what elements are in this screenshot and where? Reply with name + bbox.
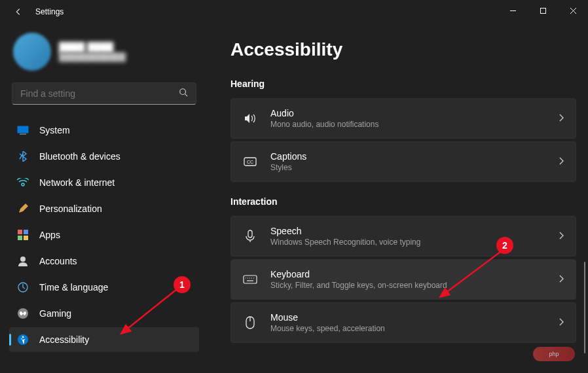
card-audio[interactable]: Audio Mono audio, audio notifications [230, 98, 576, 139]
profile-email: ████████████ [59, 52, 126, 62]
card-title: Speech [270, 226, 559, 236]
card-subtitle: Mouse keys, speed, acceleration [270, 324, 559, 333]
sidebar-item-accounts[interactable]: Accounts [9, 249, 199, 274]
sidebar-item-personalization[interactable]: Personalization [9, 196, 199, 221]
back-button[interactable] [9, 3, 28, 21]
system-icon [17, 124, 29, 136]
search-input[interactable] [20, 88, 179, 99]
bluetooth-icon [17, 151, 29, 162]
svg-rect-20 [244, 275, 257, 283]
svg-rect-1 [540, 8, 545, 13]
card-captions[interactable]: CC Captions Styles [230, 141, 576, 182]
watermark: php [533, 347, 575, 361]
card-title: Mouse [270, 312, 559, 323]
page-title: Accessibility [230, 39, 576, 60]
apps-icon [17, 229, 29, 241]
card-title: Captions [270, 151, 559, 162]
sidebar-item-apps[interactable]: Apps [9, 222, 199, 247]
sidebar-item-label: Personalization [39, 204, 102, 214]
svg-point-16 [22, 336, 24, 338]
sidebar-item-label: Network & internet [39, 177, 115, 188]
svg-rect-7 [20, 133, 26, 135]
card-subtitle: Windows Speech Recognition, voice typing [270, 238, 559, 247]
sidebar-item-gaming[interactable]: Gaming [9, 301, 199, 326]
sidebar-item-accessibility[interactable]: Accessibility [9, 327, 199, 352]
gaming-icon [17, 308, 29, 319]
sidebar-item-label: System [39, 125, 70, 135]
sidebar-item-label: Time & language [39, 282, 108, 293]
mouse-icon [243, 316, 257, 329]
card-title: Keyboard [270, 269, 559, 279]
svg-rect-6 [18, 126, 29, 133]
sidebar-item-label: Bluetooth & devices [39, 151, 120, 162]
chevron-right-icon [559, 156, 564, 168]
sidebar-item-label: Apps [39, 230, 60, 240]
keyboard-icon [243, 275, 257, 284]
svg-point-12 [20, 257, 26, 262]
profile-name: ████ ████ [59, 42, 126, 52]
avatar [13, 33, 51, 71]
svg-rect-11 [24, 236, 28, 240]
svg-text:CC: CC [247, 160, 253, 164]
sidebar-item-label: Accessibility [39, 334, 89, 345]
chevron-right-icon [559, 317, 564, 329]
sidebar-item-network[interactable]: Network & internet [9, 170, 199, 195]
scrollbar[interactable] [584, 262, 585, 353]
captions-icon: CC [243, 156, 257, 167]
sidebar-item-time-language[interactable]: Time & language [9, 275, 199, 300]
minimize-button[interactable] [498, 0, 528, 21]
card-title: Audio [270, 108, 559, 118]
paintbrush-icon [17, 203, 29, 215]
card-subtitle: Mono audio, audio notifications [270, 120, 559, 129]
svg-rect-8 [18, 230, 22, 234]
sidebar-item-label: Accounts [39, 256, 77, 266]
person-icon [17, 255, 29, 267]
sidebar-item-bluetooth[interactable]: Bluetooth & devices [9, 144, 199, 169]
chevron-right-icon [559, 113, 564, 124]
close-button[interactable] [558, 0, 588, 21]
section-interaction: Interaction [230, 196, 576, 207]
window-title: Settings [35, 7, 64, 16]
maximize-button[interactable] [528, 0, 558, 21]
sidebar-item-label: Gaming [39, 308, 71, 319]
accessibility-icon [17, 334, 29, 346]
card-keyboard[interactable]: Keyboard Sticky, Filter, and Toggle keys… [230, 259, 576, 300]
svg-rect-10 [18, 236, 22, 240]
svg-line-5 [185, 94, 188, 97]
chevron-right-icon [559, 230, 564, 242]
svg-rect-19 [248, 230, 252, 238]
chevron-right-icon [559, 274, 564, 285]
globe-clock-icon [17, 281, 29, 293]
microphone-icon [243, 230, 257, 243]
card-mouse[interactable]: Mouse Mouse keys, speed, acceleration [230, 302, 576, 343]
search-icon [179, 88, 188, 99]
card-subtitle: Styles [270, 163, 559, 172]
card-speech[interactable]: Speech Windows Speech Recognition, voice… [230, 216, 576, 257]
section-hearing: Hearing [230, 79, 576, 89]
wifi-icon [17, 177, 29, 188]
svg-rect-9 [24, 230, 28, 234]
card-subtitle: Sticky, Filter, and Toggle keys, on-scre… [270, 281, 559, 290]
svg-point-4 [180, 89, 186, 95]
sidebar-item-system[interactable]: System [9, 118, 199, 143]
search-field[interactable] [12, 82, 196, 105]
user-profile[interactable]: ████ ████ ████████████ [9, 30, 199, 82]
audio-icon [243, 113, 257, 124]
